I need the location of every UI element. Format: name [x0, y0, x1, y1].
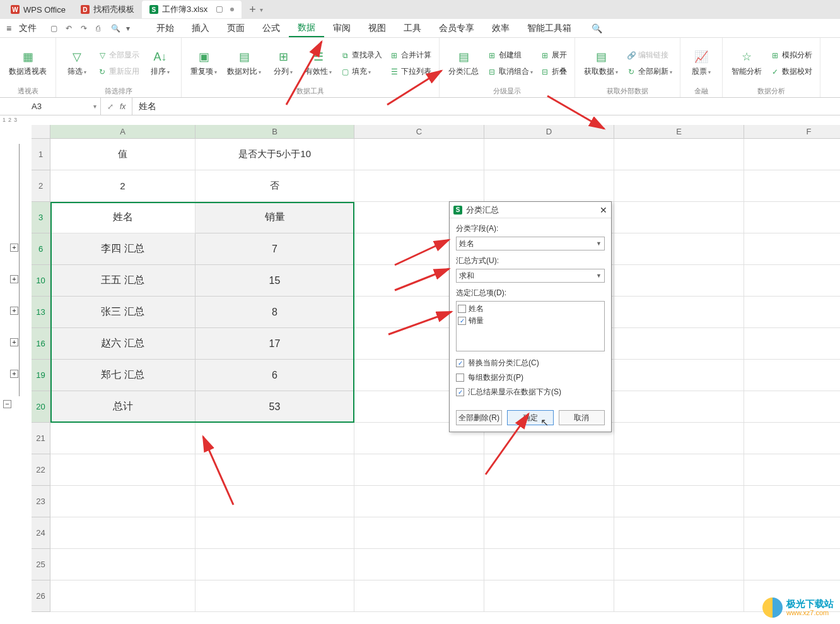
- menu-smart[interactable]: 智能工具箱: [518, 20, 580, 37]
- tab-dropdown-icon[interactable]: ▾: [260, 6, 263, 13]
- compare-button[interactable]: ▤数据对比: [223, 40, 265, 86]
- outline-expand-button[interactable]: +: [10, 275, 18, 283]
- checkbox-unchecked[interactable]: [456, 374, 464, 382]
- file-menu[interactable]: 文件: [19, 23, 37, 34]
- cell[interactable]: [744, 517, 840, 549]
- select-all-corner[interactable]: [32, 125, 50, 139]
- formula-content[interactable]: 姓名: [132, 101, 163, 112]
- row-header[interactable]: 6: [32, 233, 50, 265]
- outline-level[interactable]: 1: [3, 117, 6, 123]
- cell[interactable]: [50, 486, 195, 517]
- cell[interactable]: 值: [50, 139, 195, 170]
- getdata-button[interactable]: ▤获取数据: [580, 40, 622, 86]
- dup-button[interactable]: ▣重复项: [187, 40, 221, 86]
- cell[interactable]: [354, 139, 484, 170]
- cell[interactable]: [484, 139, 614, 170]
- validity-button[interactable]: ☳有效性: [301, 40, 335, 86]
- list-item[interactable]: ✓销量: [458, 315, 603, 327]
- tab-window-icon[interactable]: [216, 6, 223, 13]
- outline-level[interactable]: 2: [8, 117, 11, 123]
- tab-template[interactable]: D 找稻壳模板: [73, 1, 142, 18]
- cell[interactable]: 总计: [50, 391, 195, 423]
- editlink-button[interactable]: 🔗编辑链接: [624, 48, 675, 63]
- row-header[interactable]: 13: [32, 297, 50, 328]
- preview-icon[interactable]: 🔍: [111, 24, 120, 33]
- cell[interactable]: [195, 580, 354, 612]
- menu-vip[interactable]: 会员专享: [430, 20, 483, 37]
- close-icon[interactable]: ✕: [600, 205, 607, 215]
- row-header[interactable]: 19: [32, 360, 50, 391]
- group-button[interactable]: ⊞创建组: [485, 48, 535, 63]
- ungroup-button[interactable]: ⊟取消组合: [485, 64, 535, 79]
- cell[interactable]: [744, 233, 840, 265]
- cell[interactable]: [354, 170, 484, 202]
- cell[interactable]: [614, 233, 744, 265]
- checkbox-checked[interactable]: ✓: [458, 317, 466, 325]
- cell[interactable]: [614, 517, 744, 549]
- row-header[interactable]: 16: [32, 328, 50, 360]
- refresh-button[interactable]: ↻全部刷新: [624, 64, 675, 79]
- stock-button[interactable]: 📈股票: [685, 40, 717, 86]
- fx-icon[interactable]: fx: [120, 102, 125, 111]
- cell[interactable]: [484, 580, 614, 612]
- delete-all-button[interactable]: 全部删除(R): [456, 410, 502, 425]
- tab-workbook[interactable]: S 工作簿3.xlsx: [142, 1, 242, 18]
- row-header[interactable]: 25: [32, 549, 50, 580]
- cell[interactable]: [614, 265, 744, 297]
- row-header[interactable]: 24: [32, 517, 50, 549]
- pivot-button[interactable]: ▦ 数据透视表: [5, 40, 50, 86]
- cell[interactable]: [614, 328, 744, 360]
- row-header[interactable]: 1: [32, 139, 50, 170]
- checkbox-checked[interactable]: ✓: [456, 388, 464, 396]
- validate-button[interactable]: ✓数据校对: [768, 64, 815, 79]
- new-tab-button[interactable]: +: [249, 3, 256, 16]
- column-header[interactable]: E: [614, 125, 744, 139]
- cell[interactable]: [614, 580, 744, 612]
- consolidate-button[interactable]: ⊞合并计算: [387, 48, 434, 63]
- menu-formula[interactable]: 公式: [254, 20, 289, 37]
- smart-button[interactable]: ☆智能分析: [728, 40, 766, 86]
- cell[interactable]: [744, 328, 840, 360]
- tab-dot-icon[interactable]: [230, 8, 234, 11]
- page-checkbox[interactable]: 每组数据分页(P): [456, 372, 605, 383]
- cell[interactable]: [744, 549, 840, 580]
- sort-button[interactable]: A↓ 排序: [144, 40, 176, 86]
- cell[interactable]: [744, 170, 840, 202]
- menu-hamburger-icon[interactable]: ≡: [6, 23, 11, 33]
- cell[interactable]: 李四 汇总: [50, 233, 195, 265]
- cell[interactable]: [614, 454, 744, 486]
- below-checkbox[interactable]: ✓汇总结果显示在数据下方(S): [456, 387, 605, 397]
- expand-icon[interactable]: ⤢: [107, 102, 114, 111]
- qat-dropdown-icon[interactable]: ▾: [126, 24, 135, 33]
- cell[interactable]: [744, 454, 840, 486]
- cell[interactable]: 销量: [195, 202, 354, 233]
- dialog-titlebar[interactable]: S分类汇总 ✕: [450, 202, 611, 218]
- menu-view[interactable]: 视图: [359, 20, 395, 37]
- cell[interactable]: [50, 517, 195, 549]
- menu-data[interactable]: 数据: [289, 20, 324, 37]
- cell[interactable]: 15: [195, 265, 354, 297]
- tab-wps-office[interactable]: W WPS Office: [3, 1, 73, 18]
- cell[interactable]: 7: [195, 233, 354, 265]
- cell[interactable]: [744, 423, 840, 454]
- menu-review[interactable]: 审阅: [324, 20, 359, 37]
- cell[interactable]: [50, 423, 195, 454]
- simulate-button[interactable]: ⊞模拟分析: [768, 48, 815, 63]
- cell[interactable]: 郑七 汇总: [50, 360, 195, 391]
- outline-level[interactable]: 3: [14, 117, 17, 123]
- replace-checkbox[interactable]: ✓替换当前分类汇总(C): [456, 358, 605, 368]
- showall-button[interactable]: ▽全部显示: [95, 48, 142, 63]
- cell[interactable]: [50, 454, 195, 486]
- row-header[interactable]: 10: [32, 265, 50, 297]
- cell[interactable]: [614, 202, 744, 233]
- cell[interactable]: 是否大于5小于10: [195, 139, 354, 170]
- menu-tools[interactable]: 工具: [395, 20, 430, 37]
- fill-button[interactable]: ▢填充: [338, 64, 385, 79]
- column-header[interactable]: A: [50, 125, 195, 139]
- cell[interactable]: 2: [50, 170, 195, 202]
- outline-expand-button[interactable]: +: [10, 244, 18, 252]
- save-icon[interactable]: ▢: [50, 24, 59, 33]
- cell[interactable]: 王五 汇总: [50, 265, 195, 297]
- cell[interactable]: [484, 170, 614, 202]
- filter-button[interactable]: ▽ 筛选: [61, 40, 93, 86]
